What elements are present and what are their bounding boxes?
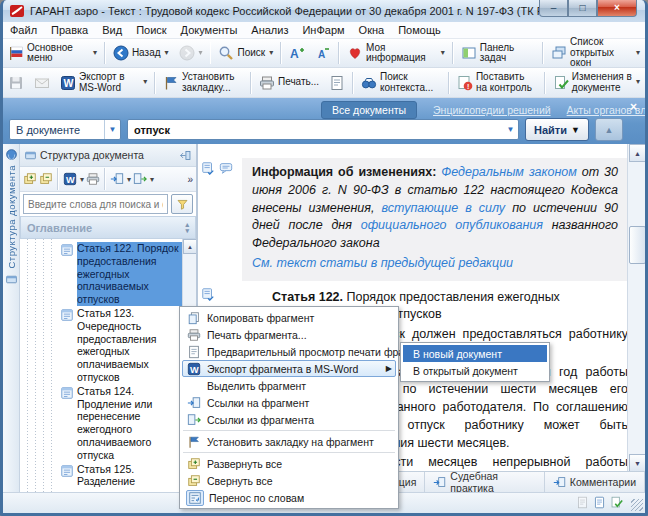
save-button[interactable]: [3, 74, 29, 92]
tree-item-article-122[interactable]: Статья 122. Порядок предоставления ежего…: [60, 242, 182, 306]
find-button[interactable]: Найти ▼: [525, 118, 589, 141]
vertical-tab-structure[interactable]: Структура документа: [6, 165, 17, 269]
tab-court-practice[interactable]: Судебная практика: [425, 472, 545, 492]
close-button[interactable]: ×: [597, 0, 637, 17]
menu-copy-fragment[interactable]: Копировать фрагмент: [182, 309, 396, 326]
law-link[interactable]: Федеральным законом: [441, 165, 576, 179]
tree-item-article-123[interactable]: Статья 123. Очередность предоставления е…: [60, 307, 182, 384]
menu-links-to-fragment[interactable]: Ссылки на фрагмент: [182, 394, 396, 411]
minimize-button[interactable]: –: [539, 0, 568, 17]
submenu-open-document[interactable]: В открытый документ: [403, 362, 547, 379]
links-from-icon[interactable]: [133, 172, 147, 186]
tab-comments[interactable]: Комментарии: [545, 472, 645, 492]
menu-print-fragment[interactable]: Печать фрагмента...: [182, 326, 396, 343]
links-to-icon: [187, 396, 201, 410]
menu-inpharm[interactable]: ИнФарм: [302, 24, 344, 36]
links-to-icon[interactable]: [110, 172, 124, 186]
filter-button[interactable]: [171, 194, 193, 214]
expand-all-icon[interactable]: [23, 172, 37, 186]
chevron-down-icon: ▾: [636, 49, 640, 57]
menu-documents[interactable]: Документы: [181, 24, 238, 36]
publication-link[interactable]: официального опубликования: [361, 218, 543, 232]
menu-bookmark-fragment[interactable]: Установить закладку на фрагмент: [182, 433, 396, 450]
menu-word-wrap[interactable]: Перенос по словам: [182, 489, 396, 506]
main-menu-button[interactable]: Основное меню ▾: [3, 42, 102, 65]
doc-export-icon[interactable]: [610, 496, 623, 509]
contents-header[interactable]: Оглавление ▴▾: [20, 216, 196, 239]
font-decrease-button[interactable]: A: [310, 44, 336, 62]
print-preview-button[interactable]: [324, 74, 350, 92]
put-on-control-button[interactable]: ! Поставить на контроль: [452, 71, 542, 94]
menu-expand-all[interactable]: Развернуть все: [182, 455, 396, 472]
collapse-all-icon: [187, 474, 201, 488]
preview-icon: [329, 75, 345, 91]
menu-analysis[interactable]: Анализ: [251, 24, 288, 36]
document-changes-button[interactable]: Изменения в документе ▾: [548, 71, 645, 94]
band-close-icon[interactable]: ×: [630, 100, 637, 114]
context-search-button[interactable]: Поиск контекста...: [356, 71, 446, 94]
panel-toggle-icon[interactable]: [5, 273, 18, 286]
submenu-new-document[interactable]: В новый документ: [403, 345, 547, 362]
tab-all-documents[interactable]: Все документы: [321, 101, 417, 119]
save-icon: [8, 75, 24, 91]
search-button[interactable]: Поиск ▾: [213, 44, 278, 62]
divider: [57, 168, 59, 190]
scroll-up-icon[interactable]: ▲: [629, 144, 646, 162]
back-button[interactable]: Назад ▾: [108, 44, 174, 62]
set-bookmark-button[interactable]: Установить закладку...: [158, 71, 248, 94]
comment-bubble-icon[interactable]: [219, 161, 233, 175]
document-scrollbar[interactable]: ▲ ▼: [627, 144, 645, 472]
collapse-all-icon[interactable]: [39, 172, 53, 186]
maximize-button[interactable]: □: [568, 0, 597, 17]
tab-encyclopedias[interactable]: Энциклопедии решений: [433, 104, 551, 116]
word-export-icon[interactable]: W: [63, 172, 77, 186]
scrollbar-thumb[interactable]: [629, 226, 646, 264]
in-force-link[interactable]: вступающие в силу: [382, 201, 506, 215]
open-windows-list-button[interactable]: Список открытых окон ▾: [546, 36, 645, 70]
menu-edit[interactable]: Правка: [51, 24, 88, 36]
search-scope-select[interactable]: В документе ▼: [9, 119, 121, 140]
previous-version-link[interactable]: См. текст статьи в предыдущей редакции: [252, 255, 618, 273]
font-increase-button[interactable]: A: [284, 44, 310, 62]
search-input[interactable]: [128, 124, 503, 136]
scroll-down-icon[interactable]: ▼: [629, 454, 646, 472]
menu-help[interactable]: Помощь: [398, 24, 441, 36]
doc-gray-icon[interactable]: [576, 496, 589, 509]
toolbar-overflow-icon[interactable]: »: [187, 174, 193, 185]
print-button[interactable]: Печать...: [254, 74, 324, 92]
menu-view[interactable]: Вид: [102, 24, 122, 36]
menu-select-fragment[interactable]: Выделить фрагмент: [182, 377, 396, 394]
mail-button[interactable]: [29, 74, 55, 92]
chevron-down-icon[interactable]: ▾: [127, 175, 131, 184]
menu-links-from-fragment[interactable]: Ссылки из фрагмента: [182, 411, 396, 428]
sidebar-title: Структура документа: [40, 149, 176, 161]
chevron-down-icon[interactable]: ▾: [80, 175, 84, 184]
filter-input[interactable]: [23, 194, 168, 214]
menu-file[interactable]: Файл: [10, 24, 37, 36]
pin-icon[interactable]: [179, 149, 192, 162]
chevron-down-icon[interactable]: ▾: [150, 175, 154, 184]
scroll-up-icon[interactable]: ▲: [183, 239, 196, 254]
menu-search[interactable]: Поиск: [136, 24, 166, 36]
task-panel-button[interactable]: Панель задач: [456, 42, 540, 65]
menu-print-preview-fragment[interactable]: Предварительный просмотр печати фрагмент…: [182, 343, 396, 360]
article-doc-icon: [60, 243, 74, 257]
resize-grip[interactable]: [631, 499, 643, 511]
menu-windows[interactable]: Окна: [359, 24, 385, 36]
change-info-icon[interactable]: [201, 287, 215, 301]
tree-item-article-125[interactable]: Статья 125. Разделение ежегодного оплачи…: [60, 463, 182, 492]
find-previous-button[interactable]: ▲: [595, 118, 623, 141]
change-info-icon[interactable]: [201, 161, 215, 175]
menu-collapse-all[interactable]: Свернуть все: [182, 472, 396, 489]
my-information-button[interactable]: Моя информация ▾: [342, 42, 450, 65]
printer-icon[interactable]: [86, 172, 100, 186]
tree-item-article-124[interactable]: Статья 124. Продление или перенесение еж…: [60, 385, 182, 462]
forward-button[interactable]: ▾: [174, 44, 208, 62]
doc-blue-icon[interactable]: [593, 496, 606, 509]
menu-export-fragment-word[interactable]: W Экспорт фрагмента в MS-Word ▶: [182, 360, 396, 377]
check-doc-icon: [553, 75, 569, 91]
copy-icon: [187, 311, 201, 325]
export-word-button[interactable]: W Экспорт в MS-Word ▾: [55, 71, 152, 94]
structure-panel-icon[interactable]: [5, 148, 18, 161]
chevron-down-icon[interactable]: ▼: [503, 125, 518, 134]
